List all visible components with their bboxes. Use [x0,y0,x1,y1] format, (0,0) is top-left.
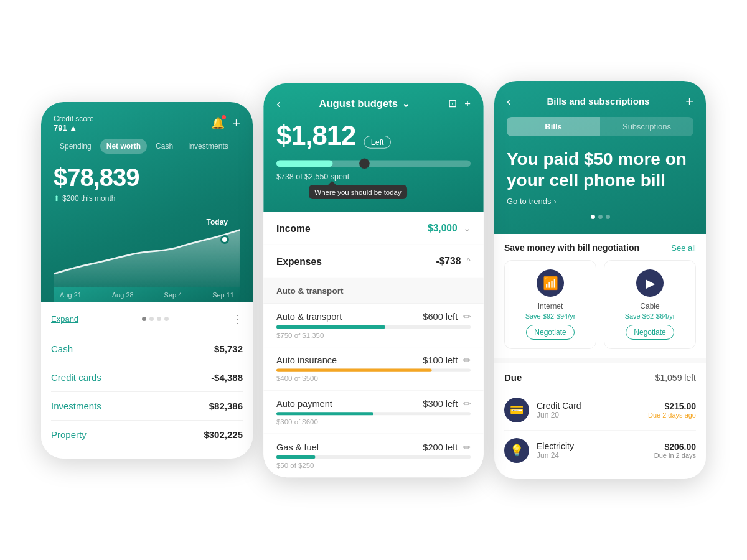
credit-score-label: Credit score [54,114,94,123]
bill-info-credit-card: Credit Card Jun 20 [537,401,641,419]
budget-title: August budgets ⌄ [319,97,410,110]
go-to-trends[interactable]: Go to trends › [507,197,693,206]
back-button[interactable]: ‹ [507,94,511,108]
account-row-property[interactable]: Property $302,225 [51,421,243,449]
tab-cash[interactable]: Cash [149,139,179,154]
edit-icon[interactable]: ✏ [463,441,471,452]
edit-icon[interactable]: ✏ [463,398,471,409]
negotiate-internet-button[interactable]: Negotiate [526,325,574,340]
budget-tooltip: Where you should be today [309,185,407,199]
phone-budgets: ‹ August budgets ⌄ ⊡ + $1,812 Left $738 … [263,83,484,477]
tv-icon: ▶ [636,269,664,297]
phone2-icons: ⊡ + [448,97,471,110]
bills-title: Bills and subscriptions [547,96,649,106]
back-button[interactable]: ‹ [276,96,281,111]
budget-progress-bar [276,160,471,166]
see-all-button[interactable]: See all [671,243,696,253]
page-dot-4 [164,317,169,321]
edit-icon[interactable]: ✏ [463,311,471,322]
chart-dates: Aug 21 Aug 28 Sep 4 Sep 11 [54,287,240,302]
nav-tabs: Spending Net worth Cash Investments [54,139,240,154]
account-row-cash[interactable]: Cash $5,732 [51,335,243,363]
progress-marker [359,158,370,169]
bill-status-due-soon: Due in 2 days [654,452,696,459]
budget-progress-fill [276,160,332,166]
bills-hero-text: You paid $50 more on your cell phone bil… [507,149,693,190]
today-marker [220,235,229,244]
chevron-up-icon: ^ [466,256,471,266]
expenses-row[interactable]: Expenses -$738 ^ [263,245,484,278]
tab-bills[interactable]: Bills [507,117,600,136]
save-section: Save money with bill negotiation See all… [494,234,706,358]
phone2-body: Income $3,000 ⌄ Expenses -$738 ^ Auto & … [263,212,484,477]
negotiate-cable-button[interactable]: Negotiate [626,325,674,340]
up-arrow-icon: ⬆ [54,194,60,203]
bell-icon[interactable]: 🔔 [211,116,225,130]
account-row-investments[interactable]: Investments $82,386 [51,392,243,421]
tab-subscriptions[interactable]: Subscriptions [600,117,693,136]
phone1-top-bar: Credit score 791 ▲ 🔔 + [54,114,240,133]
today-label: Today [207,218,228,226]
due-section: Due $1,059 left 💳 Credit Card Jun 20 $21… [494,363,706,479]
budget-amount-row: $1,812 Left [276,120,471,151]
service-card-cable: ▶ Cable Save $62-$64/yr Negotiate [604,260,696,349]
chart-area: Today [54,213,240,287]
add-button[interactable]: + [232,115,240,131]
notification-dot [222,115,226,119]
tab-net-worth[interactable]: Net worth [100,139,147,154]
page-dot-1 [142,317,146,321]
edit-icon[interactable]: ✏ [463,355,471,365]
phone2-header: ‹ August budgets ⌄ ⊡ + $1,812 Left $738 … [263,83,484,212]
add-button[interactable]: + [464,98,471,110]
due-header: Due $1,059 left [504,372,696,383]
carousel-dots [507,215,693,219]
phone-bills: ‹ Bills and subscriptions + Bills Subscr… [494,81,706,479]
budget-section-header: Auto & transport [263,278,484,304]
credit-score: Credit score 791 ▲ [54,114,94,133]
wifi-icon: 📶 [537,269,564,297]
budget-amount: $1,812 [276,120,355,151]
chevron-icon: ⌄ [463,223,471,233]
bills-tabs: Bills Subscriptions [507,117,693,136]
phone1-header: Credit score 791 ▲ 🔔 + Spending Net wort… [41,102,253,302]
more-options-icon[interactable]: ⋮ [232,312,243,326]
service-card-internet: 📶 Internet Save $92-$94/yr Negotiate [504,260,596,349]
phone2-top-bar: ‹ August budgets ⌄ ⊡ + [276,96,471,111]
phone1-footer: Expand ⋮ Cash $5,732 Credit cards -$4,38… [41,302,253,459]
page-dot-3 [157,317,161,321]
tab-spending[interactable]: Spending [54,139,98,154]
bill-status-overdue: Due 2 days ago [648,411,696,419]
tab-investments[interactable]: Investments [182,139,235,154]
budget-item-auto-insurance[interactable]: Auto insurance $100 left ✏ $400 of $500 [263,347,484,391]
budget-item-gas-fuel[interactable]: Gas & fuel $200 left ✏ $50 of $250 [263,434,484,477]
income-row[interactable]: Income $3,000 ⌄ [263,212,484,245]
phone3-top-bar: ‹ Bills and subscriptions + [507,93,693,110]
phone3-body: Save money with bill negotiation See all… [494,234,706,479]
top-icons: 🔔 + [211,115,240,131]
service-cards: 📶 Internet Save $92-$94/yr Negotiate ▶ C… [504,260,696,349]
phone3-header: ‹ Bills and subscriptions + Bills Subscr… [494,81,706,234]
bill-right-electricity: $206.00 Due in 2 days [654,442,696,459]
page-dots [142,317,169,321]
expand-row: Expand ⋮ [51,312,243,326]
page-dot-2 [149,317,154,321]
account-row-credit-cards[interactable]: Credit cards -$4,388 [51,363,243,392]
credit-score-value: 791 ▲ [54,123,94,133]
budget-item-auto-transport[interactable]: Auto & transport $600 left ✏ $750 of $1,… [263,304,484,347]
bill-row-electricity[interactable]: 💡 Electricity Jun 24 $206.00 Due in 2 da… [504,431,696,470]
add-button[interactable]: + [685,93,693,110]
credit-card-icon: 💳 [504,398,529,422]
expenses-right: -$738 ^ [436,255,471,267]
left-badge: Left [364,135,391,148]
carousel-dot-1 [591,215,595,219]
expand-link[interactable]: Expand [51,314,78,324]
budget-item-auto-payment[interactable]: Auto payment $300 left ✏ $300 of $600 [263,390,484,434]
arrow-right-icon: › [554,197,557,206]
electricity-icon: 💡 [504,438,529,463]
net-worth-amount: $78,839 [54,164,240,192]
carousel-dot-3 [606,215,610,219]
edit-icon[interactable]: ⊡ [448,97,457,110]
bill-row-credit-card[interactable]: 💳 Credit Card Jun 20 $215.00 Due 2 days … [504,390,696,431]
budget-subtitle: $738 of $2,550 spent [276,172,471,181]
chevron-down-icon[interactable]: ⌄ [402,97,410,110]
